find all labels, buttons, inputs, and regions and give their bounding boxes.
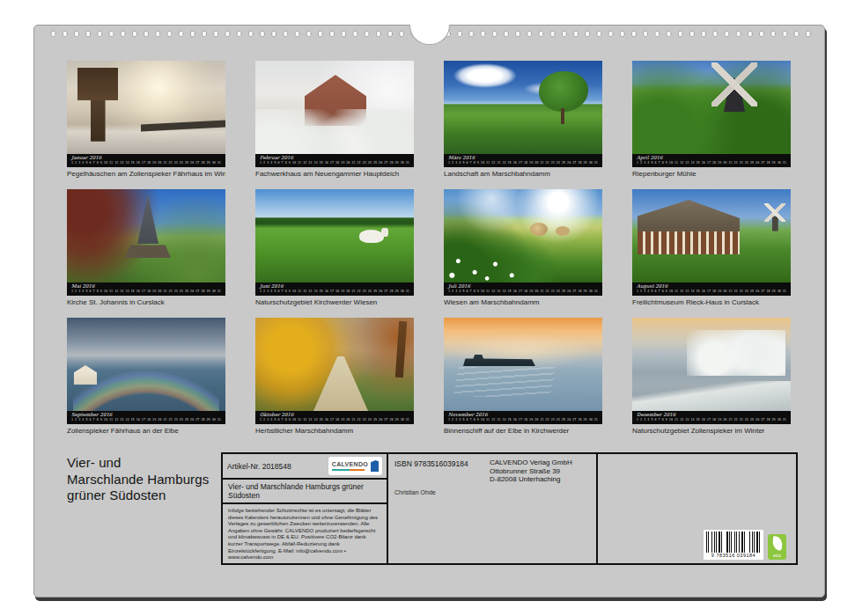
strip-day-numbers: 1 2 3 4 5 6 7 8 9 10 11 12 13 14 15 16 1… — [637, 160, 764, 165]
strip-day-numbers: 1 2 3 4 5 6 7 8 9 10 11 12 13 14 15 16 1… — [637, 417, 764, 422]
calendar-title-small: Vier- und Marschlande Hamburgs grüner Sü… — [223, 480, 387, 504]
calvendo-logo-text-block: CALVENDO — [332, 461, 368, 471]
calendar-strip: Juni 2016 1 2 3 4 5 6 7 8 9 10 11 12 13 … — [255, 282, 414, 296]
month-photo — [255, 318, 414, 411]
calendar-strip: Februar 2016 1 2 3 4 5 6 7 8 9 10 11 12 … — [255, 154, 414, 167]
barcode-group: 9 783516 039184 eco — [704, 530, 786, 560]
strip-day-numbers: 1 2 3 4 5 6 7 8 9 10 11 12 13 14 15 16 1… — [260, 289, 387, 293]
calendar-back-page: Januar 2016 1 2 3 4 5 6 7 8 9 10 11 12 1… — [33, 25, 825, 598]
month-photo — [67, 61, 225, 154]
publisher-address: CALVENDO Verlag GmbH Ottobrunner Straße … — [490, 458, 572, 484]
calendar-strip: Oktober 2016 1 2 3 4 5 6 7 8 9 10 11 12 … — [255, 411, 414, 424]
month-caption: Herbstlicher Marschbahndamm — [255, 427, 414, 436]
calendar-strip: November 2016 1 2 3 4 5 6 7 8 9 10 11 12… — [444, 411, 602, 424]
month-thumb-april: April 2016 1 2 3 4 5 6 7 8 9 10 11 12 13… — [632, 61, 791, 179]
month-caption: Wiesen am Marschbahndamm — [444, 298, 602, 307]
strip-day-numbers: 1 2 3 4 5 6 7 8 9 10 11 12 13 14 15 16 1… — [448, 289, 576, 293]
month-caption: Binnenschiff auf der Elbe in Kirchwerder — [444, 427, 602, 436]
strip-day-numbers: 1 2 3 4 5 6 7 8 9 10 11 12 13 14 15 16 1… — [260, 160, 387, 165]
month-photo — [632, 61, 791, 154]
calendar-strip: April 2016 1 2 3 4 5 6 7 8 9 10 11 12 13… — [632, 154, 791, 167]
month-caption: Naturschutzgebiet Kirchwerder Wiesen — [255, 298, 414, 307]
month-thumb-july: Juli 2016 1 2 3 4 5 6 7 8 9 10 11 12 13 … — [444, 189, 602, 307]
month-thumb-may: Mai 2016 1 2 3 4 5 6 7 8 9 10 11 12 13 1… — [67, 189, 225, 307]
author-name: Christian Ohde — [394, 489, 436, 495]
info-right-column: 9 783516 039184 eco — [598, 454, 796, 563]
month-thumb-september: September 2016 1 2 3 4 5 6 7 8 9 10 11 1… — [67, 318, 225, 436]
month-caption: Fachwerkhaus am Neuengammer Hauptdeich — [255, 170, 414, 179]
month-photo — [444, 189, 602, 282]
month-thumb-march: März 2016 1 2 3 4 5 6 7 8 9 10 11 12 13 … — [444, 61, 602, 179]
calendar-strip: Dezember 2016 1 2 3 4 5 6 7 8 9 10 11 12… — [632, 411, 791, 424]
calendar-title-large: Vier- und Marschlande Hamburgs grüner Sü… — [67, 455, 209, 504]
info-middle-column: ISBN 9783516039184 CALVENDO Verlag GmbH … — [388, 454, 598, 563]
strip-day-numbers: 1 2 3 4 5 6 7 8 9 10 11 12 13 14 15 16 1… — [448, 417, 576, 422]
month-photo — [255, 61, 414, 154]
month-caption: Kirche St. Johannis in Curslack — [67, 298, 225, 307]
calendar-strip: Januar 2016 1 2 3 4 5 6 7 8 9 10 11 12 1… — [67, 154, 225, 167]
month-thumb-january: Januar 2016 1 2 3 4 5 6 7 8 9 10 11 12 1… — [67, 61, 225, 179]
hanger-notch — [409, 25, 450, 45]
month-thumbnail-grid: Januar 2016 1 2 3 4 5 6 7 8 9 10 11 12 1… — [67, 61, 791, 436]
month-caption: Pegelhäuschen am Zollenspieker Fährhaus … — [67, 170, 225, 179]
calendar-strip: August 2016 1 2 3 4 5 6 7 8 9 10 11 12 1… — [632, 282, 791, 296]
month-thumb-june: Juni 2016 1 2 3 4 5 6 7 8 9 10 11 12 13 … — [255, 189, 414, 307]
calendar-strip: März 2016 1 2 3 4 5 6 7 8 9 10 11 12 13 … — [444, 154, 602, 167]
title-line-3: grüner Südosten — [67, 488, 209, 504]
article-number-cell: Artikel-Nr. 2018548 CALVENDO — [223, 454, 387, 480]
strip-day-numbers: 1 2 3 4 5 6 7 8 9 10 11 12 13 14 15 16 1… — [448, 160, 576, 165]
month-photo — [255, 189, 414, 282]
month-photo — [444, 61, 602, 154]
strip-day-numbers: 1 2 3 4 5 6 7 8 9 10 11 12 13 14 15 16 1… — [71, 289, 199, 293]
month-caption: Landschaft am Marschbahndamm — [444, 170, 602, 179]
eco-label: eco — [773, 553, 781, 559]
barcode-digits: 9 783516 039184 — [706, 553, 761, 559]
legal-text: Infolge bestehender Schutzrechte ist es … — [223, 504, 387, 565]
isbn-number: ISBN 9783516039184 — [394, 459, 468, 468]
month-photo — [632, 318, 791, 411]
calvendo-wordmark: CALVENDO — [332, 461, 368, 467]
title-line-1: Vier- und — [67, 455, 209, 472]
strip-day-numbers: 1 2 3 4 5 6 7 8 9 10 11 12 13 14 15 16 1… — [71, 160, 199, 165]
calvendo-logo: CALVENDO — [328, 457, 382, 475]
article-number: Artikel-Nr. 2018548 — [227, 462, 291, 471]
month-thumb-november: November 2016 1 2 3 4 5 6 7 8 9 10 11 12… — [444, 318, 602, 436]
calendar-strip: September 2016 1 2 3 4 5 6 7 8 9 10 11 1… — [67, 411, 225, 424]
calvendo-flag-icon — [371, 460, 379, 472]
publisher-street: Ottobrunner Straße 39 — [490, 467, 572, 476]
calvendo-tagline-bar — [332, 469, 365, 471]
month-thumb-february: Februar 2016 1 2 3 4 5 6 7 8 9 10 11 12 … — [255, 61, 414, 179]
calendar-strip: Juli 2016 1 2 3 4 5 6 7 8 9 10 11 12 13 … — [444, 282, 602, 296]
month-photo — [67, 189, 225, 282]
month-caption: Freilichtmuseum Rieck-Haus in Curslack — [632, 298, 791, 307]
strip-day-numbers: 1 2 3 4 5 6 7 8 9 10 11 12 13 14 15 16 1… — [260, 417, 387, 422]
product-photo-background: { "months": [ {"label":"Januar 2016","ca… — [0, 0, 855, 616]
strip-day-numbers: 1 2 3 4 5 6 7 8 9 10 11 12 13 14 15 16 1… — [71, 417, 199, 422]
calendar-strip: Mai 2016 1 2 3 4 5 6 7 8 9 10 11 12 13 1… — [67, 282, 225, 296]
ean-barcode: 9 783516 039184 — [704, 530, 763, 560]
info-left-column: Artikel-Nr. 2018548 CALVENDO Vier- und M… — [223, 454, 388, 563]
publisher-info-table: Artikel-Nr. 2018548 CALVENDO Vier- und M… — [221, 452, 798, 565]
month-photo — [67, 318, 225, 411]
publisher-city: D-82008 Unterhaching — [490, 475, 572, 484]
publisher-name: CALVENDO Verlag GmbH — [490, 458, 572, 467]
month-caption: Zollenspieker Fährhaus an der Elbe — [67, 427, 225, 436]
month-photo — [444, 318, 602, 411]
strip-day-numbers: 1 2 3 4 5 6 7 8 9 10 11 12 13 14 15 16 1… — [637, 289, 764, 293]
month-thumb-december: Dezember 2016 1 2 3 4 5 6 7 8 9 10 11 12… — [632, 318, 791, 436]
month-thumb-october: Oktober 2016 1 2 3 4 5 6 7 8 9 10 11 12 … — [255, 318, 414, 436]
barcode-bars — [706, 532, 761, 553]
month-caption: Naturschutzgebiet Zollenspieker im Winte… — [632, 427, 791, 436]
month-photo — [632, 189, 791, 282]
eco-badge: eco — [768, 534, 786, 560]
month-thumb-august: August 2016 1 2 3 4 5 6 7 8 9 10 11 12 1… — [632, 189, 791, 307]
month-caption: Riepenburger Mühle — [632, 170, 791, 179]
title-line-2: Marschlande Hamburgs — [67, 472, 209, 488]
leaf-icon — [770, 536, 784, 551]
